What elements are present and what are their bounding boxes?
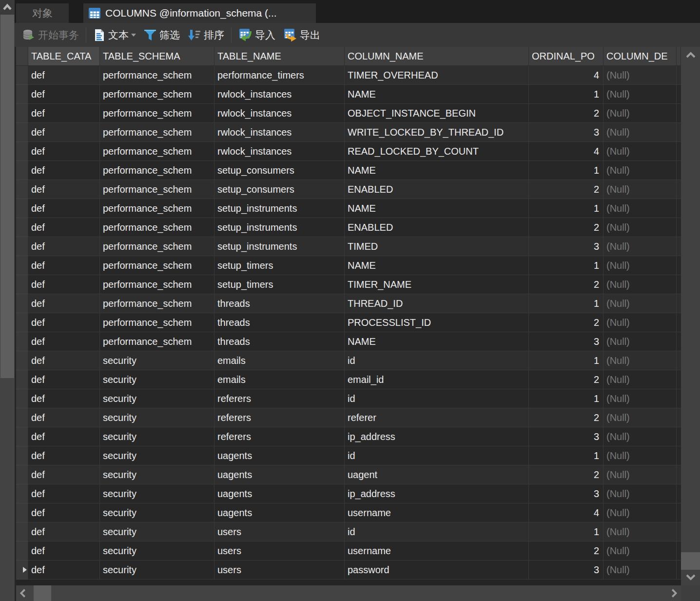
row-selector-cell[interactable] (16, 541, 28, 561)
row-selector-cell[interactable] (16, 161, 28, 180)
cell-table_catalog[interactable]: def (28, 561, 100, 580)
row-selector-cell[interactable] (16, 313, 28, 332)
cell-table_name[interactable]: setup_consumers (214, 161, 345, 180)
begin-transaction-button[interactable]: 开始事务 (19, 25, 83, 45)
cell-column_default[interactable]: (Null) (603, 313, 677, 332)
cell-table_schema[interactable]: performance_schem (100, 275, 214, 294)
cell-table_name[interactable]: users (214, 561, 345, 580)
cell-column_name[interactable]: referer (345, 408, 529, 427)
cell-table_name[interactable]: setup_instruments (214, 237, 345, 256)
cell-ordinal_position[interactable]: 2 (529, 465, 603, 484)
cell-table_schema[interactable]: performance_schem (100, 180, 214, 199)
scroll-right-button[interactable] (667, 585, 680, 601)
cell-table_schema[interactable]: security (100, 408, 214, 427)
cell-table_catalog[interactable]: def (28, 85, 100, 104)
scroll-up-button[interactable] (681, 48, 700, 63)
cell-ordinal_position[interactable]: 2 (529, 408, 603, 427)
row-selector-cell[interactable] (16, 104, 28, 123)
cell-table_catalog[interactable]: def (28, 465, 100, 484)
cell-table_schema[interactable]: security (100, 484, 214, 503)
cell-column_name[interactable]: email_id (345, 370, 529, 389)
row-selector-cell[interactable] (16, 218, 28, 237)
cell-table_schema[interactable]: performance_schem (100, 123, 214, 142)
row-selector-cell[interactable] (16, 180, 28, 199)
cell-column_default[interactable]: (Null) (603, 351, 677, 370)
cell-table_name[interactable]: users (214, 522, 345, 541)
scroll-left-button[interactable] (17, 585, 30, 601)
cell-table_schema[interactable]: security (100, 351, 214, 370)
cell-ordinal_position[interactable]: 1 (529, 161, 603, 180)
cell-table_catalog[interactable]: def (28, 313, 100, 332)
cell-table_catalog[interactable]: def (28, 256, 100, 275)
row-selector-cell[interactable] (16, 561, 28, 580)
header-cell-table_name[interactable]: TABLE_NAME (214, 47, 345, 66)
cell-table_schema[interactable]: performance_schem (100, 66, 214, 85)
cell-column_name[interactable]: NAME (345, 256, 529, 275)
cell-table_schema[interactable]: performance_schem (100, 85, 214, 104)
cell-ordinal_position[interactable]: 2 (529, 218, 603, 237)
cell-column_default[interactable]: (Null) (603, 180, 677, 199)
cell-column_default[interactable]: (Null) (603, 465, 677, 484)
row-selector-cell[interactable] (16, 446, 28, 465)
row-selector-cell[interactable] (16, 142, 28, 161)
cell-column_default[interactable]: (Null) (603, 370, 677, 389)
cell-ordinal_position[interactable]: 2 (529, 275, 603, 294)
header-cell-column_default[interactable]: COLUMN_DE (603, 47, 677, 66)
cell-table_name[interactable]: setup_timers (214, 256, 345, 275)
cell-table_name[interactable]: referers (214, 389, 345, 408)
cell-column_default[interactable]: (Null) (603, 446, 677, 465)
cell-column_name[interactable]: PROCESSLIST_ID (345, 313, 529, 332)
row-selector-cell[interactable] (16, 332, 28, 351)
cell-ordinal_position[interactable]: 4 (529, 66, 603, 85)
cell-ordinal_position[interactable]: 4 (529, 503, 603, 522)
cell-ordinal_position[interactable]: 2 (529, 313, 603, 332)
cell-table_catalog[interactable]: def (28, 351, 100, 370)
filter-button[interactable]: 筛选 (140, 25, 184, 45)
cell-column_name[interactable]: TIMED (345, 237, 529, 256)
row-selector-cell[interactable] (16, 199, 28, 218)
row-selector-cell[interactable] (16, 123, 28, 142)
row-selector-cell[interactable] (16, 408, 28, 427)
cell-table_name[interactable]: setup_instruments (214, 199, 345, 218)
cell-table_name[interactable]: threads (214, 332, 345, 351)
cell-table_name[interactable]: threads (214, 294, 345, 313)
cell-table_schema[interactable]: performance_schem (100, 313, 214, 332)
row-selector-cell[interactable] (16, 370, 28, 389)
cell-ordinal_position[interactable]: 1 (529, 389, 603, 408)
header-cell-column_name[interactable]: COLUMN_NAME (345, 47, 529, 66)
row-selector-cell[interactable] (16, 351, 28, 370)
cell-column_default[interactable]: (Null) (603, 237, 677, 256)
row-selector-cell[interactable] (16, 85, 28, 104)
row-selector-cell[interactable] (16, 503, 28, 522)
cell-ordinal_position[interactable]: 2 (529, 370, 603, 389)
cell-ordinal_position[interactable]: 1 (529, 256, 603, 275)
header-cell-table_catalog[interactable]: TABLE_CATA (28, 47, 100, 66)
cell-table_name[interactable]: rwlock_instances (214, 85, 345, 104)
cell-column_default[interactable]: (Null) (603, 541, 677, 561)
row-selector-cell[interactable] (16, 256, 28, 275)
cell-table_catalog[interactable]: def (28, 446, 100, 465)
cell-table_name[interactable]: threads (214, 313, 345, 332)
row-selector-cell[interactable] (16, 484, 28, 503)
cell-table_schema[interactable]: performance_schem (100, 218, 214, 237)
cell-column_name[interactable]: username (345, 541, 529, 561)
cell-table_name[interactable]: setup_timers (214, 275, 345, 294)
cell-ordinal_position[interactable]: 2 (529, 180, 603, 199)
cell-column_name[interactable]: id (345, 522, 529, 541)
cell-column_name[interactable]: password (345, 561, 529, 580)
cell-table_schema[interactable]: security (100, 522, 214, 541)
cell-ordinal_position[interactable]: 1 (529, 199, 603, 218)
export-button[interactable]: 导出 (279, 25, 324, 45)
cell-table_catalog[interactable]: def (28, 503, 100, 522)
cell-table_catalog[interactable]: def (28, 66, 100, 85)
horizontal-scrollbar[interactable] (16, 585, 681, 601)
cell-table_name[interactable]: referers (214, 408, 345, 427)
cell-table_schema[interactable]: security (100, 427, 214, 446)
cell-table_name[interactable]: referers (214, 427, 345, 446)
cell-column_default[interactable]: (Null) (603, 218, 677, 237)
cell-table_name[interactable]: rwlock_instances (214, 123, 345, 142)
cell-ordinal_position[interactable]: 1 (529, 351, 603, 370)
cell-table_name[interactable]: rwlock_instances (214, 142, 345, 161)
cell-table_name[interactable]: uagents (214, 465, 345, 484)
row-selector-cell[interactable] (16, 389, 28, 408)
